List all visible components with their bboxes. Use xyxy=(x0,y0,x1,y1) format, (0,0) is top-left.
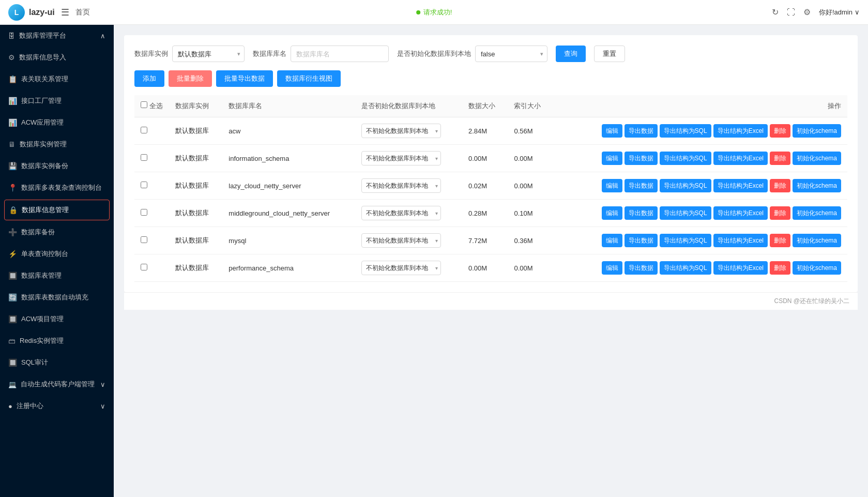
export-sql-button-0[interactable]: 导出结构为SQL xyxy=(660,124,711,138)
row-init-select-4[interactable]: 不初始化数据库到本地 初始化数据库到本地 xyxy=(361,233,441,248)
init-schema-button-2[interactable]: 初始化schema xyxy=(793,179,841,192)
export-sql-button-5[interactable]: 导出结构为SQL xyxy=(660,261,711,275)
export-data-button-1[interactable]: 导出数据 xyxy=(625,152,658,165)
sidebar-item-db-backup2[interactable]: ➕ 数据库备份 xyxy=(0,221,114,243)
init-schema-button-1[interactable]: 初始化schema xyxy=(793,152,841,165)
sidebar-group-database-platform[interactable]: 🗄 数据库管理平台 ∧ xyxy=(0,25,114,47)
query-button[interactable]: 查询 xyxy=(556,46,586,62)
edit-button-3[interactable]: 编辑 xyxy=(602,206,622,220)
export-excel-button-0[interactable]: 导出结构为Excel xyxy=(713,124,768,138)
sidebar-item-db-auto-fill[interactable]: 🔄 数据库表数据自动填充 xyxy=(0,287,114,308)
export-data-button-0[interactable]: 导出数据 xyxy=(625,124,658,138)
export-excel-button-4[interactable]: 导出结构为Excel xyxy=(713,234,768,247)
edit-button-2[interactable]: 编辑 xyxy=(602,179,622,192)
export-sql-button-4[interactable]: 导出结构为SQL xyxy=(660,234,711,247)
sidebar-item-db-instance[interactable]: 🖥 数据库实例管理 xyxy=(0,133,114,155)
edit-button-0[interactable]: 编辑 xyxy=(602,124,622,138)
sidebar-item-label: 数据库实例备份 xyxy=(21,161,68,171)
nav-right: ↻ ⛶ ⚙ 你好!admin ∨ xyxy=(772,7,860,17)
refresh-icon[interactable]: ↻ xyxy=(772,7,779,17)
select-all-label: 全选 xyxy=(149,102,163,110)
row-init-select-5[interactable]: 不初始化数据库到本地 初始化数据库到本地 xyxy=(361,261,441,275)
delete-button-3[interactable]: 删除 xyxy=(770,206,790,220)
settings-icon[interactable]: ⚙ xyxy=(803,7,811,17)
row-dbname-1: information_schema xyxy=(222,145,355,172)
edit-button-4[interactable]: 编辑 xyxy=(602,234,622,247)
row-checkbox-4[interactable] xyxy=(141,236,147,243)
footer: CSDN @还在忙绿的吴小二 xyxy=(124,292,858,310)
sidebar-item-label: 数据库表数据自动填充 xyxy=(21,293,88,302)
export-data-button-5[interactable]: 导出数据 xyxy=(625,261,658,275)
select-all-checkbox[interactable] xyxy=(141,101,147,108)
derivative-view-button[interactable]: 数据库衍生视图 xyxy=(277,70,341,87)
nav-center: 请求成功! xyxy=(416,8,452,17)
table-row: 默认数据库 middleground_cloud_netty_server 不初… xyxy=(134,200,847,227)
export-excel-button-3[interactable]: 导出结构为Excel xyxy=(713,206,768,220)
row-init-select-3[interactable]: 不初始化数据库到本地 初始化数据库到本地 xyxy=(361,206,441,220)
sidebar-group-code-gen[interactable]: 💻 自动生成代码客户端管理 ∨ xyxy=(0,373,114,395)
export-sql-button-2[interactable]: 导出结构为SQL xyxy=(660,179,711,192)
sidebar-item-db-backup[interactable]: 💾 数据库实例备份 xyxy=(0,155,114,177)
sidebar-item-single-table-query[interactable]: ⚡ 单表查询控制台 xyxy=(0,243,114,265)
batch-delete-button[interactable]: 批量删除 xyxy=(169,70,212,87)
fullscreen-icon[interactable]: ⛶ xyxy=(787,8,795,17)
export-data-button-3[interactable]: 导出数据 xyxy=(625,206,658,220)
edit-button-5[interactable]: 编辑 xyxy=(602,261,622,275)
init-schema-button-4[interactable]: 初始化schema xyxy=(793,234,841,247)
init-schema-button-5[interactable]: 初始化schema xyxy=(793,261,841,275)
export-data-button-2[interactable]: 导出数据 xyxy=(625,179,658,192)
sidebar-item-table-relation[interactable]: 📋 表关联关系管理 xyxy=(0,68,114,90)
action-bar: 添加 批量删除 批量导出数据 数据库衍生视图 xyxy=(134,70,847,87)
export-sql-button-1[interactable]: 导出结构为SQL xyxy=(660,152,711,165)
col-header-dbname: 数据库库名 xyxy=(222,95,355,117)
row-checkbox-0[interactable] xyxy=(141,127,147,133)
sidebar-item-db-info-manage[interactable]: 🔒 数据库信息管理 xyxy=(4,200,110,220)
sidebar-group-register-center[interactable]: ● 注册中心 ∨ xyxy=(0,395,114,417)
export-data-button-4[interactable]: 导出数据 xyxy=(625,234,658,247)
sidebar-item-redis-instance[interactable]: 🗃 Redis实例管理 xyxy=(0,330,114,352)
sidebar-item-db-complex-query[interactable]: 📍 数据库多表复杂查询控制台 xyxy=(0,177,114,199)
add-button[interactable]: 添加 xyxy=(134,70,164,87)
filter-db-name-input[interactable] xyxy=(291,46,389,62)
delete-button-1[interactable]: 删除 xyxy=(770,152,790,165)
row-checkbox-3[interactable] xyxy=(141,209,147,216)
row-checkbox-cell xyxy=(134,200,169,227)
row-init-select-1[interactable]: 不初始化数据库到本地 初始化数据库到本地 xyxy=(361,151,441,165)
row-init-select-0[interactable]: 不初始化数据库到本地 初始化数据库到本地 xyxy=(361,124,441,138)
delete-button-5[interactable]: 删除 xyxy=(770,261,790,275)
sidebar-item-db-table-manage[interactable]: 🔲 数据库表管理 xyxy=(0,265,114,287)
edit-button-1[interactable]: 编辑 xyxy=(602,152,622,165)
col-header-actions: 操作 xyxy=(554,95,847,117)
top-navigation: L lazy-ui ☰ 首页 请求成功! ↻ ⛶ ⚙ 你好!admin ∨ xyxy=(0,0,868,25)
row-checkbox-5[interactable] xyxy=(141,264,147,270)
reset-button[interactable]: 重置 xyxy=(594,46,625,62)
init-schema-button-3[interactable]: 初始化schema xyxy=(793,206,841,220)
sidebar-item-sql-audit[interactable]: 🔲 SQL审计 xyxy=(0,352,114,373)
export-excel-button-1[interactable]: 导出结构为Excel xyxy=(713,152,768,165)
sidebar-item-label: ACW项目管理 xyxy=(21,314,64,324)
delete-button-4[interactable]: 删除 xyxy=(770,234,790,247)
row-init-select-2[interactable]: 不初始化数据库到本地 初始化数据库到本地 xyxy=(361,178,441,193)
sidebar-item-api-factory[interactable]: 📊 接口工厂管理 xyxy=(0,90,114,112)
export-excel-button-2[interactable]: 导出结构为Excel xyxy=(713,179,768,192)
delete-button-0[interactable]: 删除 xyxy=(770,124,790,138)
db-table-manage-icon: 🔲 xyxy=(8,272,17,280)
export-sql-button-3[interactable]: 导出结构为SQL xyxy=(660,206,711,220)
menu-toggle-icon[interactable]: ☰ xyxy=(61,7,69,18)
export-excel-button-5[interactable]: 导出结构为Excel xyxy=(713,261,768,275)
chevron-up-icon: ∧ xyxy=(100,32,105,40)
filter-init-select[interactable]: false true xyxy=(475,46,547,62)
code-gen-icon: 💻 xyxy=(8,381,17,388)
sidebar-item-acw-project[interactable]: 🔲 ACW项目管理 xyxy=(0,308,114,330)
sidebar-item-acw-app[interactable]: 📊 ACW应用管理 xyxy=(0,112,114,133)
user-menu[interactable]: 你好!admin ∨ xyxy=(819,8,860,17)
sidebar-item-db-info-import[interactable]: ⚙ 数据库信息导入 xyxy=(0,47,114,68)
batch-export-button[interactable]: 批量导出数据 xyxy=(216,70,273,87)
row-checkbox-1[interactable] xyxy=(141,154,147,161)
chevron-down-icon-2: ∨ xyxy=(100,402,105,410)
filter-db-instance-select[interactable]: 默认数据库 xyxy=(172,46,245,62)
delete-button-2[interactable]: 删除 xyxy=(770,179,790,192)
row-instance-5: 默认数据库 xyxy=(169,254,223,282)
row-checkbox-2[interactable] xyxy=(141,182,147,188)
init-schema-button-0[interactable]: 初始化schema xyxy=(793,124,841,138)
